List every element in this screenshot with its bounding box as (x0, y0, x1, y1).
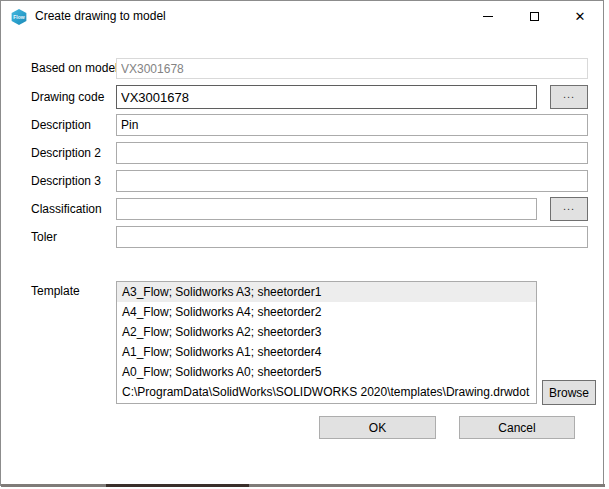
create-drawing-dialog: Flow Create drawing to model ✕ Based on … (0, 0, 604, 486)
close-icon: ✕ (575, 10, 586, 23)
close-button[interactable]: ✕ (557, 1, 603, 32)
description2-field[interactable] (116, 142, 588, 164)
titlebar[interactable]: Flow Create drawing to model ✕ (1, 1, 603, 32)
flow-hexagon-icon: Flow (11, 9, 27, 25)
template-item[interactable]: A1_Flow; Solidworks A1; sheetorder4 (117, 342, 536, 362)
cancel-button-label: Cancel (498, 421, 535, 435)
maximize-button[interactable] (511, 1, 557, 32)
window-bottom-border (1, 484, 605, 487)
description3-label: Description 3 (31, 174, 101, 188)
drawing-code-field[interactable] (116, 85, 537, 109)
description2-label: Description 2 (31, 146, 101, 160)
drawing-code-browse-button[interactable]: ... (550, 85, 588, 109)
ellipsis-icon: ... (563, 201, 575, 212)
description-field[interactable] (116, 114, 588, 136)
based-on-model-field[interactable] (116, 58, 588, 79)
browse-button-label: Browse (549, 386, 589, 400)
window-bottom-shadow (106, 484, 249, 487)
toler-label: Toler (31, 230, 57, 244)
based-on-model-label: Based on model (31, 61, 118, 75)
description-label: Description (31, 118, 91, 132)
classification-field[interactable] (116, 198, 537, 220)
template-item[interactable]: A2_Flow; Solidworks A2; sheetorder3 (117, 322, 536, 342)
template-item[interactable]: A0_Flow; Solidworks A0; sheetorder5 (117, 362, 536, 382)
template-label: Template (31, 284, 80, 298)
template-item[interactable]: A4_Flow; Solidworks A4; sheetorder2 (117, 302, 536, 322)
caption-buttons: ✕ (465, 1, 603, 32)
maximize-icon (530, 12, 539, 21)
description3-field[interactable] (116, 170, 588, 192)
window-title: Create drawing to model (35, 9, 166, 23)
classification-browse-button[interactable]: ... (550, 197, 588, 221)
minimize-icon (483, 16, 493, 17)
ellipsis-icon: ... (563, 89, 575, 100)
browse-button[interactable]: Browse (542, 380, 596, 405)
toler-field[interactable] (116, 226, 588, 248)
cancel-button[interactable]: Cancel (459, 416, 575, 439)
minimize-button[interactable] (465, 1, 511, 32)
screen: Flow Create drawing to model ✕ Based on … (0, 0, 609, 489)
classification-label: Classification (31, 202, 102, 216)
template-listbox[interactable]: A3_Flow; Solidworks A3; sheetorder1 A4_F… (116, 281, 537, 404)
ok-button-label: OK (369, 421, 386, 435)
template-item[interactable]: A3_Flow; Solidworks A3; sheetorder1 (117, 282, 536, 302)
drawing-code-label: Drawing code (31, 90, 104, 104)
ok-button[interactable]: OK (319, 416, 436, 439)
template-item[interactable]: C:\ProgramData\SolidWorks\SOLIDWORKS 202… (117, 382, 536, 402)
